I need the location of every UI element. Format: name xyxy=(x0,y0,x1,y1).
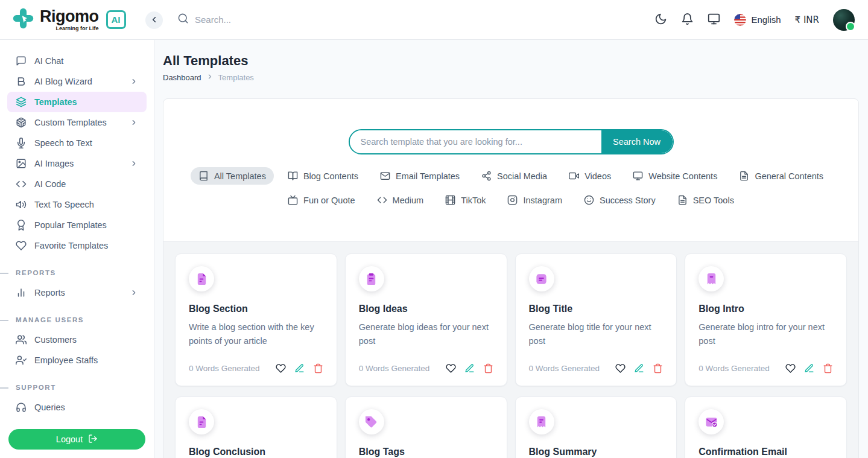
sidebar-section-manage-users: MANAGE USERS xyxy=(0,316,154,323)
sidebar-item-templates[interactable]: Templates xyxy=(7,92,147,112)
monitor-icon xyxy=(633,171,643,181)
favorite-button[interactable] xyxy=(276,363,286,374)
filter-tab-all-templates[interactable]: All Templates xyxy=(191,167,274,185)
delete-button[interactable] xyxy=(823,363,833,374)
filter-tab-social-media[interactable]: Social Media xyxy=(474,167,555,185)
delete-button[interactable] xyxy=(483,363,493,374)
filter-tab-general-contents[interactable]: General Contents xyxy=(731,167,831,185)
filter-tab-email-templates[interactable]: Email Templates xyxy=(372,167,467,185)
sidebar-item-ai-blog-wizard[interactable]: AI Blog Wizard xyxy=(7,71,147,92)
sidebar-item-queries[interactable]: Queries xyxy=(7,397,147,418)
fullscreen-button[interactable] xyxy=(708,13,720,27)
file-text-icon xyxy=(677,195,688,205)
panel-search-area: Search Now All TemplatesBlog ContentsEma… xyxy=(163,99,858,241)
page-title: All Templates xyxy=(163,53,859,69)
filter-tab-medium[interactable]: Medium xyxy=(369,191,432,209)
doc-lines-icon xyxy=(189,266,214,291)
sidebar-item-label: AI Images xyxy=(34,159,74,168)
words-generated-label: 0 Words Generated xyxy=(529,364,600,373)
filter-tab-label: TikTok xyxy=(461,196,486,205)
filter-tab-success-story[interactable]: Success Story xyxy=(576,191,664,209)
filter-tab-label: SEO Tools xyxy=(693,196,734,205)
breadcrumb: Dashboard Templates xyxy=(163,73,859,82)
sidebar-item-custom-templates[interactable]: Custom Templates xyxy=(7,112,147,133)
notifications-button[interactable] xyxy=(681,13,694,27)
template-description: Generate blog title for your next post xyxy=(529,320,664,348)
search-now-button[interactable]: Search Now xyxy=(601,130,673,153)
template-card-blog-section[interactable]: Blog SectionWrite a blog section with th… xyxy=(175,253,337,386)
filter-tab-instagram[interactable]: Instagram xyxy=(499,191,569,209)
sidebar-item-label: Templates xyxy=(34,97,77,107)
template-card-blog-ideas[interactable]: Blog IdeasGenerate blog ideas for your n… xyxy=(345,253,507,386)
header-search-input[interactable] xyxy=(195,14,376,25)
template-card-confirmation-email[interactable]: Confirmation Email xyxy=(685,396,847,458)
edit-button[interactable] xyxy=(464,363,475,374)
mic-icon xyxy=(16,138,27,148)
template-card-blog-tags[interactable]: Blog Tags xyxy=(345,396,507,458)
template-card-blog-title[interactable]: Blog TitleGenerate blog title for your n… xyxy=(515,253,677,386)
sidebar-item-customers[interactable]: Customers xyxy=(7,329,147,350)
sidebar-item-label: Text To Speech xyxy=(34,200,94,209)
sidebar-section-support: SUPPORT xyxy=(0,384,154,391)
edit-button[interactable] xyxy=(294,363,305,374)
sidebar-item-label: Employee Staffs xyxy=(34,355,98,365)
tv-icon xyxy=(288,195,298,205)
rigomo-cross-icon xyxy=(12,7,34,32)
favorite-button[interactable] xyxy=(785,363,796,374)
sidebar-item-label: AI Code xyxy=(34,179,66,189)
filter-tab-tiktok[interactable]: TikTok xyxy=(437,191,493,209)
volume-icon xyxy=(16,199,27,210)
filter-tab-label: Success Story xyxy=(600,196,656,205)
delete-button[interactable] xyxy=(653,363,663,374)
chevron-right-icon xyxy=(130,159,138,168)
edit-button[interactable] xyxy=(634,363,644,374)
sidebar-item-reports[interactable]: Reports xyxy=(7,282,147,303)
sidebar-item-ai-images[interactable]: AI Images xyxy=(7,153,147,174)
users-icon xyxy=(16,334,27,345)
templates-panel: Search Now All TemplatesBlog ContentsEma… xyxy=(163,98,859,458)
user-avatar[interactable] xyxy=(833,9,855,31)
filter-tab-label: Instagram xyxy=(523,196,562,205)
favorite-button[interactable] xyxy=(615,363,626,374)
user-check-icon xyxy=(16,355,27,366)
template-title: Blog Conclusion xyxy=(189,447,323,457)
card-footer: 0 Words Generated xyxy=(529,363,664,374)
breadcrumb-dashboard[interactable]: Dashboard xyxy=(163,73,201,82)
filter-tab-videos[interactable]: Videos xyxy=(561,167,619,185)
currency-selector[interactable]: ₹ INR xyxy=(795,14,819,25)
book-open-icon xyxy=(288,171,298,181)
delete-button[interactable] xyxy=(313,363,323,374)
filter-tab-label: Email Templates xyxy=(396,171,460,181)
edit-button[interactable] xyxy=(804,363,814,374)
dark-mode-button[interactable] xyxy=(654,13,667,27)
sidebar-item-employee-staffs[interactable]: Employee Staffs xyxy=(7,350,147,371)
bookmark-dash-icon xyxy=(699,266,724,291)
filter-tabs-row-2: Fun or QuoteMediumTikTokInstagramSuccess… xyxy=(176,191,846,209)
sidebar-item-ai-code[interactable]: AI Code xyxy=(7,174,147,194)
template-card-blog-intro[interactable]: Blog IntroGenerate blog intro for your n… xyxy=(685,253,847,386)
filter-tab-blog-contents[interactable]: Blog Contents xyxy=(280,167,366,185)
favorite-button[interactable] xyxy=(446,363,456,374)
language-selector[interactable]: English xyxy=(734,14,781,26)
sidebar-item-label: Queries xyxy=(34,402,65,412)
template-card-blog-conclusion[interactable]: Blog Conclusion xyxy=(175,396,337,458)
sidebar-item-popular-templates[interactable]: Popular Templates xyxy=(7,215,147,235)
template-description: Write a blog section with the key points… xyxy=(189,320,323,348)
filter-tab-fun-or-quote[interactable]: Fun or Quote xyxy=(280,191,363,209)
card-footer: 0 Words Generated xyxy=(359,363,493,374)
filter-tab-seo-tools[interactable]: SEO Tools xyxy=(670,191,742,209)
sidebar-collapse-button[interactable] xyxy=(145,11,163,29)
sidebar-item-favorite-templates[interactable]: Favorite Templates xyxy=(7,235,147,256)
sidebar-item-speech-to-text[interactable]: Speech to Text xyxy=(7,133,147,153)
app-header: Rigomo Learning for Life AI xyxy=(0,0,868,40)
sidebar-item-ai-chat[interactable]: AI Chat xyxy=(7,51,147,71)
filter-tab-website-contents[interactable]: Website Contents xyxy=(625,167,725,185)
award-icon xyxy=(16,220,27,231)
heart-icon xyxy=(16,240,27,251)
template-card-blog-summary[interactable]: Blog Summary xyxy=(515,396,677,458)
share-icon xyxy=(481,171,492,181)
logout-button[interactable]: Logout xyxy=(8,429,145,450)
currency-label: ₹ INR xyxy=(795,14,819,25)
template-search-input[interactable] xyxy=(350,130,601,153)
sidebar-item-text-to-speech[interactable]: Text To Speech xyxy=(7,194,147,215)
